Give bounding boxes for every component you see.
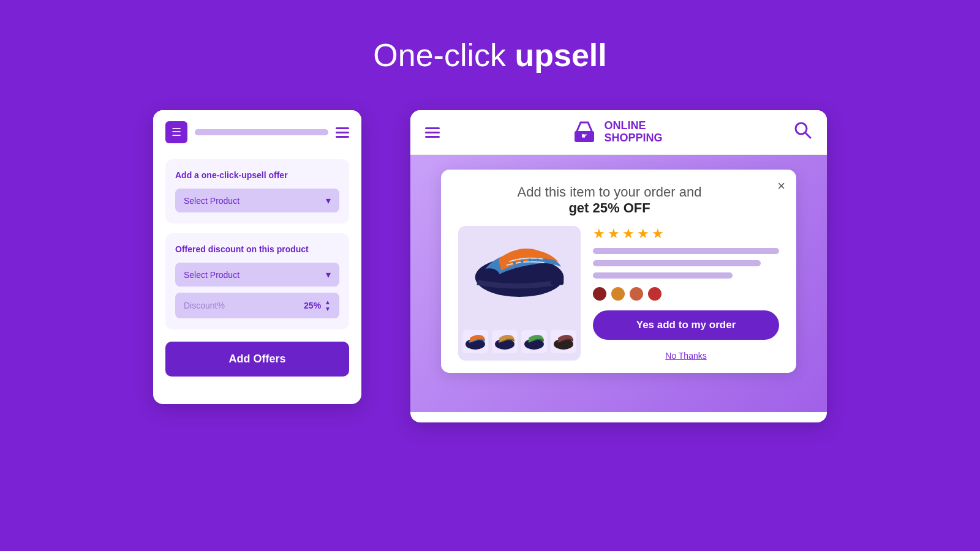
discount-stepper[interactable]: ▲▼ <box>325 299 331 312</box>
store-logo: ☛ ONLINE SHOPPING <box>571 119 662 146</box>
store-logo-icon: ☛ <box>571 119 598 146</box>
dropdown-arrow-1: ▾ <box>326 195 331 206</box>
product-details: ★ ★ ★ ★ ★ <box>593 226 779 361</box>
admin-header-bar <box>195 129 328 135</box>
star-rating: ★ ★ ★ ★ ★ <box>593 226 779 242</box>
svg-point-10 <box>536 258 539 261</box>
thumbnail-4[interactable] <box>551 330 576 353</box>
color-swatch-4[interactable] <box>648 287 662 301</box>
detail-bar-1 <box>593 248 779 254</box>
offer-section-title: Add a one-click-upsell offer <box>175 170 339 180</box>
product-image-area <box>458 226 581 361</box>
admin-section-discount: Offered discount on this product Select … <box>165 233 349 329</box>
thumbnail-row <box>462 330 576 353</box>
color-swatches <box>593 287 779 301</box>
store-logo-text: ONLINE SHOPPING <box>604 120 662 144</box>
store-panel: ☛ ONLINE SHOPPING × <box>410 110 827 422</box>
dropdown-arrow-2: ▾ <box>326 269 331 280</box>
star-5: ★ <box>652 226 664 242</box>
svg-point-9 <box>528 258 531 261</box>
star-4: ★ <box>637 226 649 242</box>
modal-headline: Add this item to your order and get 25% … <box>458 184 779 216</box>
select-product-dropdown-1[interactable]: Select Product ▾ <box>175 189 339 212</box>
admin-body: Add a one-click-upsell offer Select Prod… <box>153 149 361 389</box>
thumbnail-3[interactable] <box>521 330 547 353</box>
no-thanks-link[interactable]: No Thanks <box>593 351 779 361</box>
store-search-icon[interactable] <box>794 121 812 144</box>
svg-point-8 <box>521 260 524 263</box>
admin-logo-icon: ☰ <box>165 121 187 143</box>
add-to-order-button[interactable]: Yes add to my order <box>593 310 779 340</box>
svg-point-7 <box>513 261 516 264</box>
thumbnail-1[interactable] <box>462 330 488 353</box>
svg-text:☛: ☛ <box>581 132 588 140</box>
select-product-label-1: Select Product <box>184 196 239 206</box>
discount-label: Discount% <box>184 301 225 310</box>
star-2: ★ <box>608 226 620 242</box>
color-swatch-2[interactable] <box>611 287 625 301</box>
select-product-label-2: Select Product <box>184 270 239 280</box>
star-1: ★ <box>593 226 605 242</box>
modal-body: ★ ★ ★ ★ ★ <box>458 226 779 361</box>
admin-section-offer: Add a one-click-upsell offer Select Prod… <box>165 159 349 223</box>
upsell-modal: × Add this item to your order and get 25… <box>441 170 796 373</box>
discount-field[interactable]: Discount% 25% ▲▼ <box>175 293 339 318</box>
admin-hamburger-icon[interactable] <box>336 127 349 138</box>
discount-value: 25% ▲▼ <box>304 299 331 312</box>
svg-rect-6 <box>551 276 564 285</box>
modal-close-button[interactable]: × <box>777 179 785 193</box>
select-product-dropdown-2[interactable]: Select Product ▾ <box>175 263 339 287</box>
store-content-area: × Add this item to your order and get 25… <box>410 155 827 412</box>
star-3: ★ <box>622 226 635 242</box>
detail-bar-2 <box>593 260 761 266</box>
discount-section-title: Offered discount on this product <box>175 244 339 254</box>
add-offers-button[interactable]: Add Offers <box>165 342 349 377</box>
color-swatch-3[interactable] <box>630 287 643 301</box>
svg-line-3 <box>805 133 810 138</box>
detail-bar-3 <box>593 272 733 279</box>
admin-panel: ☰ Add a one-click-upsell offer Select Pr… <box>153 110 361 404</box>
store-nav: ☛ ONLINE SHOPPING <box>410 110 827 155</box>
admin-header: ☰ <box>153 110 361 149</box>
store-nav-hamburger[interactable] <box>425 127 440 138</box>
color-swatch-1[interactable] <box>593 287 606 301</box>
page-title: One-click upsell <box>373 37 606 73</box>
thumbnail-2[interactable] <box>492 330 518 353</box>
shoe-illustration <box>467 236 571 303</box>
